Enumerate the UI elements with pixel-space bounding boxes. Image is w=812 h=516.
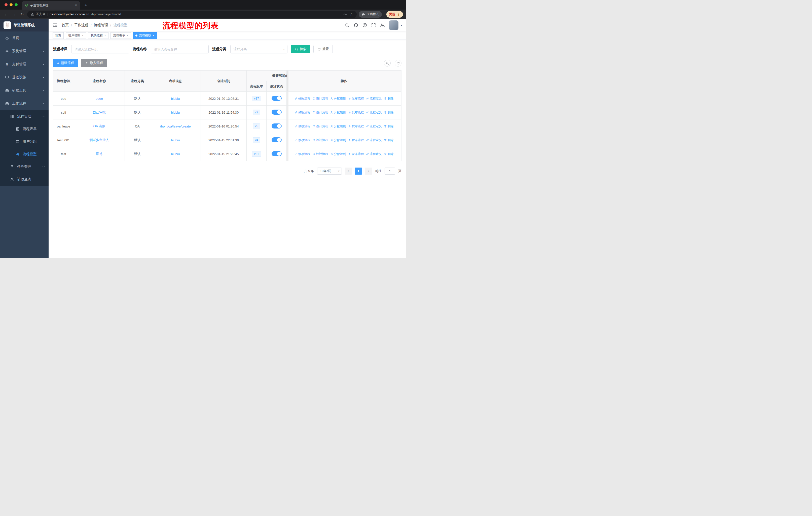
- search-button[interactable]: 搜索: [291, 45, 310, 53]
- version-badge[interactable]: v21: [252, 151, 261, 157]
- password-key-icon[interactable]: [343, 12, 347, 16]
- process-name-link[interactable]: eeee: [96, 97, 103, 101]
- sidebar-item-process-management[interactable]: 流程管理: [0, 110, 49, 123]
- publish-process-link[interactable]: 发布流程: [348, 152, 364, 156]
- page-1-button[interactable]: 1: [355, 167, 362, 174]
- activation-toggle[interactable]: [271, 96, 282, 101]
- publish-process-link[interactable]: 发布流程: [348, 97, 364, 101]
- form-info-link[interactable]: /bpm/oa/leave/create: [160, 125, 191, 128]
- tag-close-icon[interactable]: ×: [104, 34, 106, 37]
- assign-rules-link[interactable]: 分配规则: [330, 124, 346, 129]
- assign-rules-link[interactable]: 分配规则: [330, 97, 346, 101]
- delete-link[interactable]: 删除: [384, 138, 394, 142]
- back-button[interactable]: ←: [3, 12, 9, 17]
- process-definition-link[interactable]: 流程定义: [366, 124, 382, 129]
- refresh-table-button[interactable]: [395, 60, 402, 66]
- next-page-button[interactable]: ›: [365, 167, 372, 174]
- process-category-select[interactable]: 流程分类 ▾: [230, 45, 287, 53]
- browser-menu-icon[interactable]: ⋮: [397, 12, 401, 16]
- publish-process-link[interactable]: 发布流程: [348, 110, 364, 115]
- assign-rules-link[interactable]: 分配规则: [330, 138, 346, 142]
- activation-toggle[interactable]: [271, 110, 282, 115]
- modify-process-link[interactable]: 修改流程: [294, 152, 310, 156]
- new-tab-button[interactable]: +: [83, 2, 89, 8]
- process-name-link[interactable]: 测试多审批人: [89, 138, 109, 142]
- import-process-button[interactable]: 导入流程: [81, 59, 107, 67]
- forward-button[interactable]: →: [11, 12, 17, 17]
- sidebar-item-payment[interactable]: ¥ 支付管理: [0, 58, 49, 71]
- fullscreen-icon[interactable]: [371, 23, 376, 27]
- bookmark-star-icon[interactable]: ☆: [350, 12, 353, 17]
- breadcrumb-home[interactable]: 首页: [62, 23, 69, 27]
- tag-close-icon[interactable]: ×: [126, 34, 128, 37]
- activation-toggle[interactable]: [271, 151, 282, 156]
- browser-update-button[interactable]: 更新 ⋮: [386, 11, 403, 18]
- sidebar-item-process-form[interactable]: 流程表单: [0, 123, 49, 135]
- sidebar-item-infrastructure[interactable]: 基础设施: [0, 71, 49, 84]
- modify-process-link[interactable]: 修改流程: [294, 124, 310, 129]
- process-definition-link[interactable]: 流程定义: [366, 110, 382, 115]
- activation-toggle[interactable]: [271, 124, 282, 129]
- delete-link[interactable]: 删除: [384, 97, 394, 101]
- sidebar-item-process-model[interactable]: 流程模型: [0, 148, 49, 161]
- activation-toggle[interactable]: [271, 137, 282, 142]
- sidebar-collapse-icon[interactable]: [53, 23, 58, 28]
- version-badge[interactable]: v2: [253, 110, 261, 115]
- browser-tab[interactable]: 芋道管理系统 ×: [22, 1, 80, 9]
- design-process-link[interactable]: 设计流程: [312, 97, 328, 101]
- reset-button[interactable]: 重置: [313, 45, 333, 53]
- process-name-link[interactable]: 滔博: [96, 152, 103, 156]
- create-process-button[interactable]: + 新建流程: [53, 59, 78, 67]
- font-size-icon[interactable]: [380, 23, 385, 27]
- tag-home[interactable]: 首页: [53, 32, 64, 39]
- form-info-link[interactable]: biubiu: [171, 152, 180, 156]
- reload-button[interactable]: ↻: [19, 12, 25, 17]
- tab-close-icon[interactable]: ×: [75, 3, 77, 7]
- form-info-link[interactable]: biubiu: [171, 111, 180, 114]
- process-definition-link[interactable]: 流程定义: [366, 97, 382, 101]
- tag-close-icon[interactable]: ×: [152, 34, 154, 37]
- search-icon[interactable]: [345, 23, 349, 27]
- minimize-window-button[interactable]: [9, 3, 12, 6]
- tag-process-form[interactable]: 流程表单 ×: [111, 32, 131, 39]
- sidebar-item-devtools[interactable]: 研发工具: [0, 84, 49, 97]
- process-name-link[interactable]: OA 请假: [93, 124, 105, 128]
- version-badge[interactable]: v4: [253, 137, 261, 143]
- delete-link[interactable]: 删除: [384, 110, 394, 115]
- assign-rules-link[interactable]: 分配规则: [330, 110, 346, 115]
- user-avatar[interactable]: [389, 20, 399, 30]
- design-process-link[interactable]: 设计流程: [312, 124, 328, 129]
- breadcrumb-workflow[interactable]: 工作流程: [74, 23, 88, 27]
- delete-link[interactable]: 删除: [384, 152, 394, 156]
- sidebar-item-workflow[interactable]: 工作流程: [0, 97, 49, 110]
- tag-my-process[interactable]: 我的流程 ×: [88, 32, 109, 39]
- process-key-input[interactable]: [71, 45, 129, 53]
- publish-process-link[interactable]: 发布流程: [348, 138, 364, 142]
- design-process-link[interactable]: 设计流程: [312, 152, 328, 156]
- address-bar[interactable]: 不安全 dashboard.yudao.iocoder.cn/bpm/manag…: [27, 11, 357, 18]
- sidebar-item-leave-query[interactable]: 请假查询: [0, 173, 49, 186]
- form-info-link[interactable]: biubiu: [171, 138, 180, 142]
- github-icon[interactable]: [354, 23, 358, 27]
- tag-close-icon[interactable]: ×: [82, 34, 84, 37]
- toggle-search-button[interactable]: [384, 60, 390, 66]
- page-size-select[interactable]: 10条/页 ▾: [317, 167, 342, 174]
- form-info-link[interactable]: biubiu: [171, 97, 180, 101]
- close-window-button[interactable]: [4, 3, 7, 6]
- assign-rules-link[interactable]: 分配规则: [330, 152, 346, 156]
- sidebar-item-user-group[interactable]: 用户分组: [0, 135, 49, 148]
- version-badge[interactable]: v5: [253, 124, 261, 129]
- sidebar-item-home[interactable]: 首页: [0, 31, 49, 45]
- process-name-link[interactable]: 自己审批: [93, 110, 106, 114]
- help-icon[interactable]: [362, 23, 367, 27]
- goto-page-input[interactable]: [385, 167, 395, 174]
- modify-process-link[interactable]: 修改流程: [294, 97, 310, 101]
- publish-process-link[interactable]: 发布流程: [348, 124, 364, 129]
- tag-tenant[interactable]: 租户管理 ×: [66, 32, 86, 39]
- process-definition-link[interactable]: 流程定义: [366, 138, 382, 142]
- sidebar-item-task-management[interactable]: 任务管理: [0, 161, 49, 173]
- version-badge[interactable]: v17: [252, 96, 261, 101]
- modify-process-link[interactable]: 修改流程: [294, 110, 310, 115]
- design-process-link[interactable]: 设计流程: [312, 138, 328, 142]
- process-definition-link[interactable]: 流程定义: [366, 152, 382, 156]
